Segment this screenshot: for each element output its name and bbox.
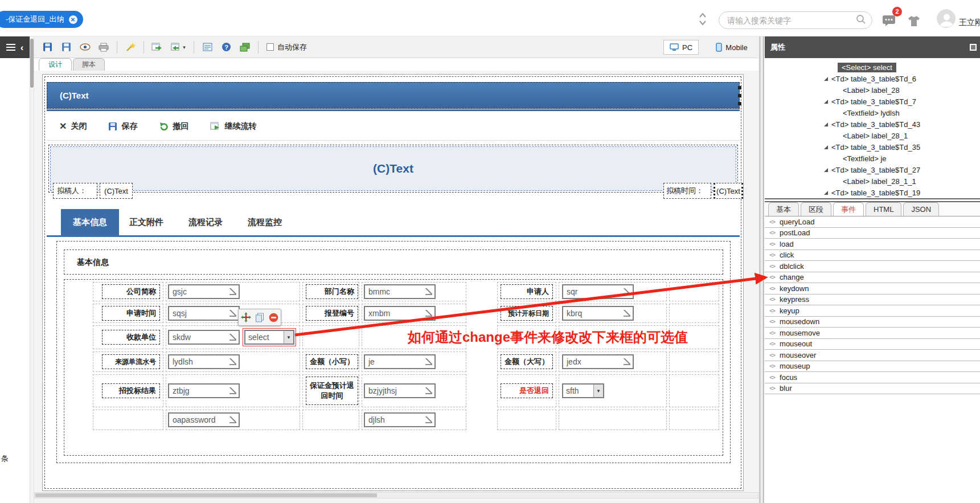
label-bzjyjthsj[interactable]: 保证金预计退回时间: [306, 377, 358, 405]
tab-basic-info[interactable]: 基本信息: [61, 209, 119, 235]
label-jedx[interactable]: 金额（大写）: [501, 354, 553, 369]
save-button[interactable]: 保存: [108, 121, 137, 132]
import-icon[interactable]: ▾: [169, 40, 188, 55]
preview-eye-icon[interactable]: [77, 40, 92, 55]
event-item-queryLoad[interactable]: <>queryLoad: [765, 216, 980, 228]
textfield-jedx[interactable]: jedx: [562, 354, 634, 369]
tree-item-td19[interactable]: <Td> table_3_table$Td_19: [765, 187, 980, 198]
sidebar-menu-button[interactable]: ‹: [0, 36, 30, 58]
magic-wand-icon[interactable]: [123, 40, 138, 55]
horizontal-scrollbar[interactable]: [34, 492, 758, 498]
tree-item-td43[interactable]: <Td> table_3_table$Td_43: [765, 118, 980, 130]
tree-item-lydlsh[interactable]: <Textfield> lydlsh: [765, 107, 980, 118]
textfield-sqsj[interactable]: sqsj: [168, 306, 240, 321]
search-input[interactable]: [727, 16, 856, 25]
continue-flow-button[interactable]: 继续流转: [210, 121, 256, 132]
drafter-label[interactable]: 拟稿人：: [53, 183, 97, 199]
selection-handle[interactable]: [738, 94, 741, 97]
textfield-xmbm[interactable]: xmbm: [364, 306, 436, 321]
label-gsjc[interactable]: 公司简称: [102, 284, 160, 299]
expand-triangle-icon[interactable]: [824, 122, 828, 126]
panel-splitter[interactable]: [758, 36, 765, 503]
event-item-focus[interactable]: <>focus: [765, 372, 980, 383]
user-name[interactable]: 王立刚: [959, 18, 980, 28]
label-sqr[interactable]: 申请人: [501, 284, 553, 299]
save-icon[interactable]: [40, 40, 55, 55]
close-tab-icon[interactable]: ✕: [69, 15, 77, 24]
layers-icon[interactable]: [237, 40, 252, 55]
textfield-kbrq[interactable]: kbrq: [562, 306, 634, 321]
tab-flow-monitor[interactable]: 流程监控: [248, 209, 282, 235]
tab-script[interactable]: 脚本: [73, 58, 105, 71]
event-item-keyup[interactable]: <>keyup: [765, 305, 980, 317]
close-button[interactable]: ✕关闭: [59, 121, 87, 132]
event-item-keypress[interactable]: <>keypress: [765, 295, 980, 306]
messages-icon[interactable]: [882, 14, 897, 29]
section-title[interactable]: 基本信息: [64, 250, 723, 275]
theme-shirt-icon[interactable]: [907, 15, 921, 29]
dropdown-arrow-icon[interactable]: ▼: [284, 331, 293, 343]
textfield-bzjyjthsj[interactable]: bzjyjthsj: [364, 383, 436, 398]
textfield-skdw[interactable]: skdw: [168, 330, 240, 345]
selection-handle[interactable]: [738, 102, 741, 105]
label-bmmc[interactable]: 部门名称: [306, 284, 358, 299]
form-title-banner[interactable]: (C)Text: [50, 146, 736, 191]
expand-triangle-icon[interactable]: [824, 145, 828, 149]
autosave-toggle[interactable]: 自动保存: [266, 42, 307, 52]
help-icon[interactable]: ?: [219, 40, 233, 55]
tree-item-select[interactable]: <Select> select: [765, 62, 980, 73]
event-item-postLoad[interactable]: <>postLoad: [765, 228, 980, 239]
panel-pin-icon[interactable]: [970, 44, 977, 51]
expand-triangle-icon[interactable]: [824, 77, 828, 81]
textfield-je[interactable]: je: [364, 354, 436, 369]
event-item-mouseout[interactable]: <>mouseout: [765, 339, 980, 350]
event-item-mouseover[interactable]: <>mouseover: [765, 350, 980, 361]
tab-events[interactable]: 事件: [833, 202, 864, 216]
label-sfth[interactable]: 是否退回: [501, 383, 553, 398]
tree-item-td27[interactable]: <Td> table_3_table$Td_27: [765, 164, 980, 175]
tree-item-td7[interactable]: <Td> table_3_table$Td_7: [765, 96, 980, 107]
tab-json[interactable]: JSON: [903, 202, 939, 216]
tree-item-td35[interactable]: <Td> table_3_table$Td_35: [765, 141, 980, 153]
collapse-chevrons-icon[interactable]: [698, 11, 707, 29]
tree-item-label28-1-1[interactable]: <Label> label_28_1_1: [765, 175, 980, 187]
event-item-mousedown[interactable]: <>mousedown: [765, 317, 980, 328]
save-as-icon[interactable]: [59, 40, 73, 55]
revoke-button[interactable]: 撤回: [159, 121, 188, 132]
label-skdw[interactable]: 收款单位: [102, 330, 160, 345]
draft-time-label[interactable]: 拟稿时间：: [663, 183, 711, 199]
label-lydlsh[interactable]: 来源单流水号: [102, 354, 160, 369]
expand-triangle-icon[interactable]: [824, 100, 828, 104]
expand-triangle-icon[interactable]: [824, 191, 828, 195]
textfield-sqr[interactable]: sqr: [562, 284, 634, 299]
select-sfth[interactable]: sfth ▼: [562, 383, 604, 398]
search-icon[interactable]: [856, 14, 866, 27]
document-tab[interactable]: -保证金退回_出纳 ✕: [0, 11, 83, 28]
textfield-lydlsh[interactable]: lydlsh: [168, 354, 240, 369]
event-item-click[interactable]: <>click: [765, 250, 980, 261]
copy-icon[interactable]: [255, 312, 265, 322]
tab-flow-record[interactable]: 流程记录: [188, 209, 223, 235]
label-je[interactable]: 金额（小写）: [306, 354, 358, 369]
label-xmbm[interactable]: 报登编号: [306, 306, 358, 321]
autosave-checkbox[interactable]: [266, 43, 274, 51]
textfield-ztbjg[interactable]: ztbjg: [168, 383, 240, 398]
event-item-dblclick[interactable]: <>dblclick: [765, 261, 980, 272]
selection-handle[interactable]: [738, 86, 741, 89]
dropdown-arrow-icon[interactable]: ▼: [593, 385, 603, 397]
textfield-gsjc[interactable]: gsjc: [168, 284, 240, 299]
draft-time-value[interactable]: (C)Text: [714, 183, 743, 199]
tab-html[interactable]: HTML: [866, 202, 901, 216]
device-mobile-button[interactable]: Mobile: [710, 40, 754, 55]
tab-design[interactable]: 设计: [39, 58, 72, 71]
global-search[interactable]: [719, 11, 872, 29]
delete-icon[interactable]: [268, 312, 278, 322]
textfield-bmmc[interactable]: bmmc: [364, 284, 436, 299]
event-item-mouseup[interactable]: <>mouseup: [765, 361, 980, 373]
select-dropdown-selected[interactable]: select ▼: [244, 330, 294, 345]
export-icon[interactable]: [150, 40, 165, 55]
label-ztbjg[interactable]: 招投标结果: [102, 383, 160, 398]
expand-triangle-icon[interactable]: [824, 168, 828, 172]
user-avatar[interactable]: [937, 9, 956, 28]
tree-list-splitter[interactable]: [765, 198, 980, 202]
